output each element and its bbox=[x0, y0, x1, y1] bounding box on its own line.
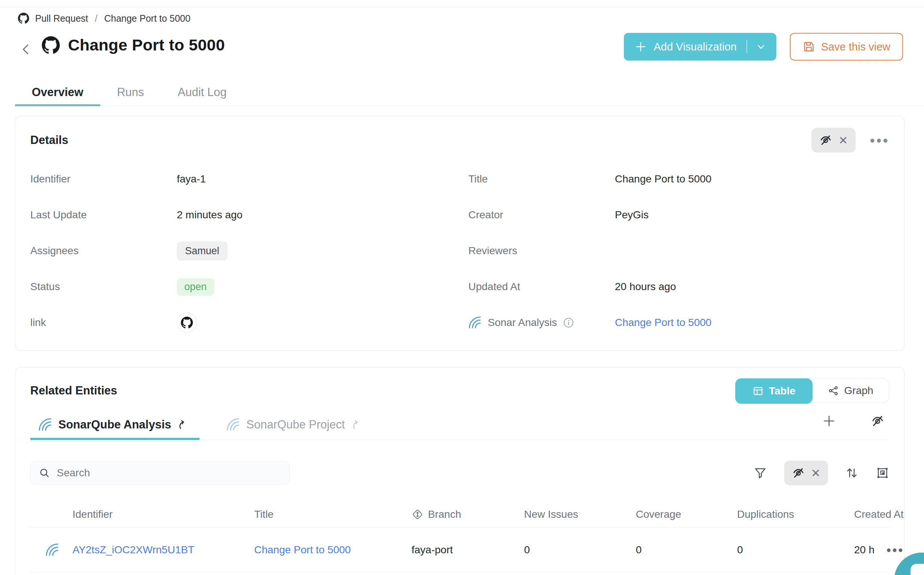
table-header-row: Identifier Title Branch New Issues Cover… bbox=[30, 501, 889, 527]
details-heading: Details bbox=[30, 133, 68, 147]
relation-arrow-icon bbox=[177, 419, 189, 430]
hide-empty-columns-toggle[interactable]: ✕ bbox=[784, 461, 828, 485]
view-toggle-graph-label: Graph bbox=[845, 385, 873, 397]
field-title: Title Change Port to 5000 bbox=[468, 161, 890, 197]
page-tabs: Overview Runs Audit Log bbox=[15, 80, 924, 106]
column-header-duplications: Duplications bbox=[737, 508, 794, 520]
column-header-branch: Branch bbox=[412, 508, 461, 520]
top-divider bbox=[0, 7, 924, 7]
column-header-coverage: Coverage bbox=[636, 508, 681, 520]
close-icon: ✕ bbox=[838, 134, 848, 147]
row-branch: faya-port bbox=[412, 544, 453, 556]
entity-page: Pull Request / Change Port to 5000 Chang… bbox=[0, 0, 924, 575]
github-link-button[interactable] bbox=[177, 313, 197, 333]
add-related-entity-icon[interactable] bbox=[822, 414, 836, 428]
tab-runs[interactable]: Runs bbox=[100, 80, 161, 106]
field-value: PeyGis bbox=[615, 209, 648, 221]
view-toggle-graph[interactable]: Graph bbox=[812, 379, 889, 403]
column-header-title: Title bbox=[254, 508, 274, 520]
field-label: Status bbox=[30, 281, 177, 293]
field-label: Creator bbox=[468, 209, 615, 221]
field-reviewers: Reviewers bbox=[468, 233, 890, 269]
related-entities-card: Related Entities Table Graph SonarQube A… bbox=[15, 367, 905, 575]
group-by-icon[interactable] bbox=[876, 466, 889, 480]
more-options-icon[interactable]: ●●● bbox=[870, 135, 890, 145]
title-row: Change Port to 5000 bbox=[42, 36, 225, 54]
eye-off-icon bbox=[792, 466, 805, 480]
chevron-down-icon[interactable] bbox=[755, 41, 767, 52]
search-box[interactable] bbox=[30, 461, 290, 485]
add-visualization-label: Add Visualization bbox=[654, 41, 737, 53]
button-divider bbox=[746, 40, 747, 53]
field-value: 20 hours ago bbox=[615, 281, 676, 293]
save-view-label: Save this view bbox=[821, 41, 890, 53]
tab-sonarqube-project[interactable]: SonarQube Project bbox=[218, 412, 373, 440]
back-chevron-icon[interactable] bbox=[19, 40, 34, 58]
field-status: Status open bbox=[30, 269, 439, 305]
info-icon[interactable] bbox=[563, 317, 574, 328]
relation-arrow-icon bbox=[351, 419, 362, 430]
view-toggle-table-label: Table bbox=[769, 385, 796, 397]
chat-bubble-icon bbox=[911, 564, 924, 575]
row-coverage: 0 bbox=[636, 544, 642, 556]
column-header-identifier: Identifier bbox=[73, 508, 113, 520]
row-identifier-link[interactable]: AY2tsZ_iOC2XWrn5U1BT bbox=[73, 544, 194, 556]
row-title-link[interactable]: Change Port to 5000 bbox=[254, 544, 350, 556]
tab-sonarqube-analysis[interactable]: SonarQube Analysis bbox=[30, 412, 200, 440]
sort-icon[interactable] bbox=[845, 466, 859, 480]
github-icon bbox=[42, 36, 60, 54]
field-label: Last Update bbox=[30, 209, 177, 221]
field-label: Sonar Analysis bbox=[488, 317, 557, 329]
row-created-at: 20 h bbox=[854, 544, 875, 556]
page-title: Change Port to 5000 bbox=[68, 36, 225, 54]
field-label: Assignees bbox=[30, 245, 177, 257]
breadcrumb-separator: / bbox=[94, 13, 98, 24]
save-icon bbox=[802, 40, 815, 53]
save-view-button[interactable]: Save this view bbox=[790, 33, 903, 60]
sonar-analysis-link[interactable]: Change Port to 5000 bbox=[615, 317, 711, 329]
filter-icon[interactable] bbox=[754, 466, 767, 480]
field-sonar-analysis: Sonar Analysis Change Port to 5000 bbox=[468, 305, 890, 341]
tab-label: SonarQube Project bbox=[246, 418, 345, 431]
table-row: AY2tsZ_iOC2XWrn5U1BT Change Port to 5000… bbox=[30, 527, 889, 572]
field-creator: Creator PeyGis bbox=[468, 197, 890, 233]
breadcrumb-entity: Change Port to 5000 bbox=[104, 13, 191, 24]
field-label: Title bbox=[468, 173, 615, 185]
field-identifier: Identifier faya-1 bbox=[30, 161, 439, 197]
field-value: 2 minutes ago bbox=[177, 209, 242, 221]
column-header-created-at: Created At bbox=[854, 508, 903, 520]
add-visualization-button[interactable]: Add Visualization bbox=[624, 33, 777, 60]
github-icon bbox=[181, 317, 193, 329]
sonarqube-icon bbox=[38, 418, 52, 432]
view-toggle-table[interactable]: Table bbox=[735, 378, 813, 404]
status-badge: open bbox=[177, 278, 214, 296]
breadcrumb-blueprint[interactable]: Pull Request bbox=[35, 13, 88, 24]
column-header-new-issues: New Issues bbox=[524, 508, 578, 520]
table-icon bbox=[753, 386, 764, 397]
related-entities-heading: Related Entities bbox=[30, 384, 117, 397]
search-icon bbox=[39, 467, 50, 478]
hide-empty-values-toggle[interactable]: ✕ bbox=[811, 128, 855, 152]
field-value: faya-1 bbox=[177, 173, 206, 185]
field-value: Change Port to 5000 bbox=[615, 173, 711, 185]
header-actions: Add Visualization Save this view bbox=[624, 33, 903, 60]
tab-label: SonarQube Analysis bbox=[58, 418, 171, 431]
tab-overview[interactable]: Overview bbox=[15, 80, 100, 106]
assignee-chip: Samuel bbox=[177, 241, 228, 260]
details-card: Details ✕ ●●● Identifier faya-1 Last Upd… bbox=[15, 116, 905, 351]
table-toolbar: ✕ bbox=[30, 461, 889, 485]
related-entities-table: Identifier Title Branch New Issues Cover… bbox=[30, 501, 889, 572]
row-more-options-icon[interactable]: ●●● bbox=[886, 545, 904, 555]
field-updated-at: Updated At 20 hours ago bbox=[468, 269, 890, 305]
close-icon: ✕ bbox=[811, 467, 821, 480]
field-link: link bbox=[30, 305, 439, 341]
tab-audit-log[interactable]: Audit Log bbox=[161, 80, 243, 106]
details-fields: Identifier faya-1 Last Update 2 minutes … bbox=[30, 161, 889, 341]
search-input[interactable] bbox=[57, 467, 281, 479]
breadcrumb: Pull Request / Change Port to 5000 bbox=[18, 13, 190, 24]
row-new-issues: 0 bbox=[524, 544, 530, 556]
field-label: link bbox=[30, 317, 177, 329]
related-entity-tabs: SonarQube Analysis SonarQube Project bbox=[30, 411, 889, 440]
eye-off-icon[interactable] bbox=[870, 414, 885, 428]
field-label: Identifier bbox=[30, 173, 177, 185]
